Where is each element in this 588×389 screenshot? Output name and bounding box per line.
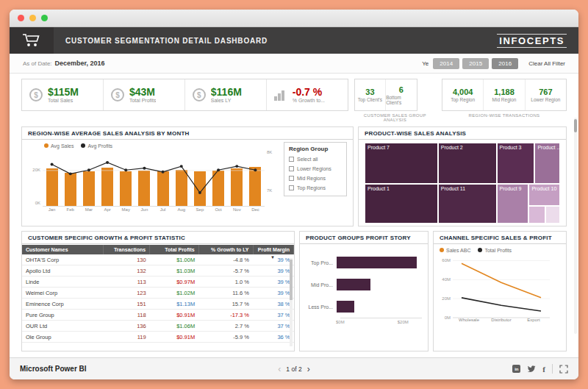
treemap-cell[interactable]: Product ... <box>534 143 560 184</box>
table-cell: Pure Group <box>22 310 104 321</box>
treemap-cell[interactable]: Product 11 <box>438 184 497 224</box>
profit-axis: 8K 7K <box>265 149 279 207</box>
profit-bar[interactable] <box>337 257 417 268</box>
previous-page-icon[interactable]: ‹ <box>278 365 281 373</box>
close-window-icon[interactable] <box>18 15 24 21</box>
kpi-label: Total Profits <box>129 98 157 103</box>
channel-tick: Export <box>517 318 550 322</box>
axis-tick: 40M <box>442 277 451 282</box>
mid-region-stat: 1,188 Mid Region <box>484 79 525 110</box>
profit-bar[interactable] <box>337 301 354 313</box>
client-stats-box: 33 Top Client's 6 Bottom Client's <box>354 79 417 111</box>
table-cell: 1.0 % <box>198 276 253 288</box>
treemap-cell[interactable]: Product 7 <box>365 143 438 184</box>
footer-divider <box>552 364 553 374</box>
treemap-cell[interactable]: Product 3 <box>497 143 535 184</box>
linkedin-icon[interactable]: in <box>512 365 520 373</box>
treemap-cell[interactable]: Product 2 <box>438 143 497 184</box>
table-scrollbar[interactable] <box>290 258 293 346</box>
treemap-cell-label: Product 1 <box>365 185 437 193</box>
table-row[interactable]: OHTA'S Corp130$1.00M-4.8 %39 % <box>22 254 294 265</box>
coin-dollar-icon: $ <box>29 88 43 101</box>
stat-label: Mid Region <box>492 97 517 102</box>
table-cell: 2.7 % <box>198 321 253 332</box>
table-cell: Ole Group <box>22 332 104 343</box>
table-row[interactable]: Pure Group118$0.91M-17.3 %37 % <box>22 310 294 321</box>
kpi-value: $115M <box>48 87 79 98</box>
checkbox-icon[interactable] <box>289 185 294 190</box>
checkbox-mid-regions[interactable]: Mid Regions <box>289 174 342 183</box>
year-button-2016[interactable]: 2016 <box>492 58 518 69</box>
as-of-date-value[interactable]: December, 2016 <box>55 60 105 67</box>
column-header[interactable]: Profit Margin <box>253 245 293 254</box>
checkbox-icon[interactable] <box>289 166 294 171</box>
hbar-x-axis: $0M$20M <box>340 318 422 326</box>
kpi-label: % Growth to... <box>293 98 325 103</box>
axis-tick: 0M <box>445 315 451 320</box>
bottom-row: CUSTOMER SPECIFIC GROWTH & PROFIT STATIS… <box>21 231 567 351</box>
year-button-2015[interactable]: 2015 <box>462 58 489 69</box>
checkbox-top-regions[interactable]: Top Regions <box>289 183 342 193</box>
table-row[interactable]: OUR Ltd136$1.06M2.7 %37 % <box>22 321 294 332</box>
facebook-icon[interactable]: f <box>542 365 545 374</box>
treemap-cell[interactable]: Product 9 <box>497 184 529 224</box>
column-header[interactable]: Transactions <box>104 245 150 254</box>
table-cell: $0.91M <box>150 332 199 343</box>
table-row[interactable]: Eminence Corp151$1.13M15.7 %38 % <box>22 299 294 310</box>
zoom-window-icon[interactable] <box>41 15 48 21</box>
axis-tick: $20M <box>398 320 409 324</box>
chart-legend: Sales ABC Total Profits <box>440 246 560 254</box>
treemap-cell[interactable] <box>545 206 560 224</box>
panel-title: CHANNEL SPECIFIC SALES & PROFIT <box>434 235 566 244</box>
treemap-cell[interactable]: Product 1 <box>365 184 438 224</box>
total-profits-legend-icon <box>478 248 482 252</box>
treemap-cell[interactable] <box>528 206 545 224</box>
table-row[interactable]: Linde113$0.97M1.0 %39 % <box>22 276 294 288</box>
column-header[interactable]: Customer Names <box>22 245 104 254</box>
client-stats-caption: CUSTOMER SALES GROUP ANALYSIS <box>354 113 436 122</box>
table-cell: 39 % <box>253 265 293 276</box>
checkbox-icon[interactable] <box>289 157 294 162</box>
table-row[interactable]: Weimei Corp123$1.02M11.6 %39 % <box>22 288 294 299</box>
channel-x-axis: WholesaleDistributorExport <box>453 318 550 322</box>
minimize-window-icon[interactable] <box>29 15 36 21</box>
treemap-cell-label: Product 11 <box>439 185 496 193</box>
checkbox-icon[interactable] <box>289 176 294 181</box>
column-header[interactable]: % Growth to LY <box>198 245 253 254</box>
table-cell: $1.06M <box>150 321 199 332</box>
twitter-icon[interactable] <box>527 365 536 374</box>
report-scrollbar-thumb[interactable] <box>574 119 577 132</box>
fullscreen-icon[interactable] <box>559 365 568 374</box>
table-scrollbar-thumb[interactable] <box>290 260 293 300</box>
filter-bar: As of Date: December, 2016 Ye 2014 2015 … <box>10 54 578 74</box>
window-titlebar <box>10 10 578 27</box>
top-clients-stat: 33 Top Client's <box>355 79 387 110</box>
year-filter-label: Ye <box>422 60 429 67</box>
month-tick: Aug <box>172 207 190 212</box>
channel-line-plot <box>453 256 550 318</box>
axis-tick: 0K <box>35 201 40 205</box>
table-row[interactable]: Apollo Ltd132$1.03M-5.7 %39 % <box>22 265 294 276</box>
report-scrollbar[interactable] <box>574 118 577 334</box>
treemap-cell[interactable]: Product 10 <box>528 184 560 206</box>
column-header[interactable]: Total Profits <box>150 245 199 254</box>
profit-bar[interactable] <box>337 279 370 290</box>
top-region-stat: 4,004 Top Region <box>442 79 484 110</box>
table-row[interactable]: Ole Group119$0.91M-5.9 %36 % <box>22 332 294 343</box>
region-group-title: Region Group <box>289 146 342 152</box>
next-page-icon[interactable]: › <box>307 365 310 373</box>
axis-tick: 7K <box>267 188 272 193</box>
table-cell: 132 <box>104 265 150 276</box>
sort-descending-icon[interactable]: ▼ <box>270 255 275 260</box>
checkbox-select-all[interactable]: Select all <box>289 154 342 164</box>
month-tick: Oct <box>209 207 228 212</box>
table-header-row[interactable]: Customer NamesTransactionsTotal Profits%… <box>22 245 294 254</box>
clear-all-filter-button[interactable]: Clear All Filter <box>528 60 565 67</box>
year-button-2014[interactable]: 2014 <box>433 58 459 69</box>
checkbox-lower-regions[interactable]: Lower Regions <box>289 164 342 174</box>
table-cell: -17.3 % <box>198 310 253 321</box>
kpi-total-profits: $ $43M Total Profits <box>104 79 185 110</box>
axis-tick: 20M <box>442 296 451 301</box>
month-tick: May <box>117 207 135 212</box>
month-tick: Feb <box>61 207 79 212</box>
